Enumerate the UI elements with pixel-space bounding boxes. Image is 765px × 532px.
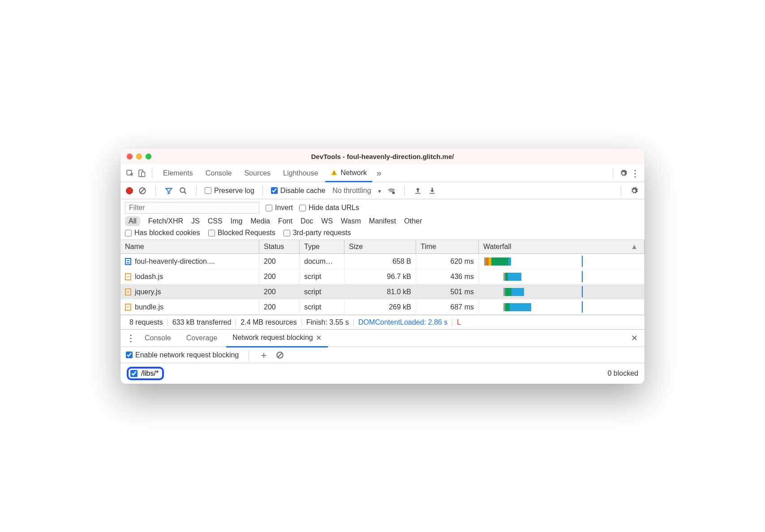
filter-input[interactable]	[125, 202, 259, 214]
filter-type-font[interactable]: Font	[278, 217, 292, 225]
col-waterfall[interactable]: Waterfall ▲	[479, 240, 645, 253]
col-name[interactable]: Name	[120, 240, 259, 253]
hide-data-urls-checkbox[interactable]: Hide data URLs	[299, 204, 359, 212]
close-tab-icon[interactable]: ✕	[316, 334, 322, 342]
blocked-count: 0 blocked	[608, 369, 639, 378]
summary-bar: 8 requests 633 kB transferred 2.4 MB res…	[120, 315, 645, 329]
summary-dcl: DOMContentLoaded: 2.86 s	[354, 318, 452, 326]
tab-sources[interactable]: Sources	[239, 164, 276, 182]
pattern-text: /libs/*	[141, 369, 159, 378]
drawer-tab-coverage[interactable]: Coverage	[180, 329, 223, 347]
svg-point-7	[180, 188, 185, 193]
filter-icon[interactable]	[164, 186, 174, 196]
svg-line-8	[184, 192, 186, 194]
table-row[interactable]: foul-heavenly-direction.... 200 docum… 6…	[120, 254, 645, 269]
table-row[interactable]: bundle.js 200 script 269 kB 687 ms	[120, 300, 645, 315]
window-title: DevTools - foul-heavenly-direction.glitc…	[311, 153, 454, 160]
waterfall-cell	[479, 284, 645, 299]
summary-load: L	[452, 318, 465, 326]
record-button[interactable]	[126, 187, 133, 194]
third-party-checkbox[interactable]: 3rd-party requests	[284, 229, 351, 237]
add-pattern-icon[interactable]: ＋	[259, 350, 269, 360]
inspect-element-icon[interactable]	[125, 168, 135, 178]
network-settings-icon[interactable]	[629, 186, 639, 196]
filter-type-img[interactable]: Img	[231, 217, 243, 225]
minimize-window-button[interactable]	[136, 154, 142, 159]
col-status[interactable]: Status	[259, 240, 300, 253]
kebab-menu-icon[interactable]: ⋮	[630, 168, 640, 178]
drawer-tab-network-blocking[interactable]: Network request blocking ✕	[226, 330, 328, 348]
settings-icon[interactable]	[619, 168, 628, 178]
filter-type-js[interactable]: JS	[191, 217, 200, 225]
upload-har-icon[interactable]	[413, 186, 423, 196]
drawer-tabs: ⋮ Console Coverage Network request block…	[120, 329, 645, 347]
filter-type-fetchxhr[interactable]: Fetch/XHR	[148, 217, 183, 225]
titlebar: DevTools - foul-heavenly-direction.glitc…	[120, 148, 645, 164]
script-icon	[125, 288, 131, 296]
traffic-lights	[127, 154, 151, 159]
network-toolbar: Preserve log Disable cache No throttling…	[120, 182, 645, 199]
filter-type-ws[interactable]: WS	[321, 217, 333, 225]
close-window-button[interactable]	[127, 154, 133, 159]
disable-cache-checkbox[interactable]: Disable cache	[271, 187, 326, 195]
more-tabs-icon[interactable]: »	[374, 168, 384, 178]
summary-transferred: 633 kB transferred	[168, 318, 236, 326]
col-size[interactable]: Size	[344, 240, 416, 253]
tab-console[interactable]: Console	[200, 164, 237, 182]
tab-network[interactable]: Network	[325, 164, 372, 182]
svg-point-9	[392, 192, 395, 194]
main-toolbar: Elements Console Sources Lighthouse Netw…	[120, 164, 645, 182]
filter-type-css[interactable]: CSS	[208, 217, 223, 225]
script-icon	[125, 273, 131, 280]
throttling-select[interactable]: No throttling ▼	[332, 187, 382, 195]
blocked-requests-checkbox[interactable]: Blocked Requests	[208, 229, 275, 237]
col-type[interactable]: Type	[300, 240, 344, 253]
filter-type-media[interactable]: Media	[250, 217, 270, 225]
svg-rect-2	[142, 172, 145, 177]
table-header: Name Status Type Size Time Waterfall ▲	[120, 240, 645, 254]
filter-type-doc[interactable]: Doc	[301, 217, 313, 225]
chevron-down-icon: ▼	[377, 189, 382, 194]
close-drawer-icon[interactable]: ✕	[629, 333, 639, 343]
waterfall-cell	[479, 254, 645, 269]
invert-checkbox[interactable]: Invert	[266, 204, 293, 212]
network-table: Name Status Type Size Time Waterfall ▲ f…	[120, 240, 645, 315]
drawer-menu-icon[interactable]: ⋮	[126, 333, 136, 343]
summary-requests: 8 requests	[125, 318, 168, 326]
blocking-pattern-entry[interactable]: /libs/*	[127, 367, 164, 380]
devtools-window: DevTools - foul-heavenly-direction.glitc…	[120, 148, 645, 384]
filter-bar: Invert Hide data URLs All Fetch/XHR JS C…	[120, 199, 645, 240]
table-row[interactable]: lodash.js 200 script 96.7 kB 436 ms	[120, 269, 645, 284]
download-har-icon[interactable]	[427, 186, 437, 196]
has-blocked-cookies-checkbox[interactable]: Has blocked cookies	[125, 229, 200, 237]
filter-type-all[interactable]: All	[125, 216, 140, 226]
tab-lighthouse[interactable]: Lighthouse	[278, 164, 323, 182]
search-icon[interactable]	[178, 186, 188, 196]
clear-icon[interactable]	[138, 186, 147, 196]
device-toggle-icon[interactable]	[137, 168, 146, 178]
warning-icon	[331, 169, 338, 176]
blocking-toolbar: Enable network request blocking ＋	[120, 347, 645, 363]
table-row[interactable]: jquery.js 200 script 81.0 kB 501 ms	[120, 284, 645, 300]
enable-blocking-checkbox[interactable]: Enable network request blocking	[126, 351, 239, 359]
script-icon	[125, 304, 131, 311]
svg-rect-10	[415, 193, 421, 194]
pattern-checkbox[interactable]	[130, 370, 138, 377]
svg-rect-11	[430, 193, 435, 194]
tab-elements[interactable]: Elements	[158, 164, 198, 182]
blocking-list: /libs/* 0 blocked	[120, 363, 645, 384]
filter-type-wasm[interactable]: Wasm	[341, 217, 361, 225]
preserve-log-checkbox[interactable]: Preserve log	[205, 187, 254, 195]
filter-type-manifest[interactable]: Manifest	[369, 217, 396, 225]
filter-type-other[interactable]: Other	[404, 217, 422, 225]
network-conditions-icon[interactable]	[387, 186, 396, 196]
svg-rect-4	[334, 174, 335, 174]
maximize-window-button[interactable]	[146, 154, 151, 159]
summary-finish: Finish: 3.55 s	[302, 318, 354, 326]
col-time[interactable]: Time	[416, 240, 479, 253]
remove-all-icon[interactable]	[275, 350, 285, 360]
summary-resources: 2.4 MB resources	[236, 318, 301, 326]
drawer-tab-console[interactable]: Console	[138, 329, 177, 347]
waterfall-cell	[479, 300, 645, 314]
svg-rect-3	[334, 172, 335, 173]
